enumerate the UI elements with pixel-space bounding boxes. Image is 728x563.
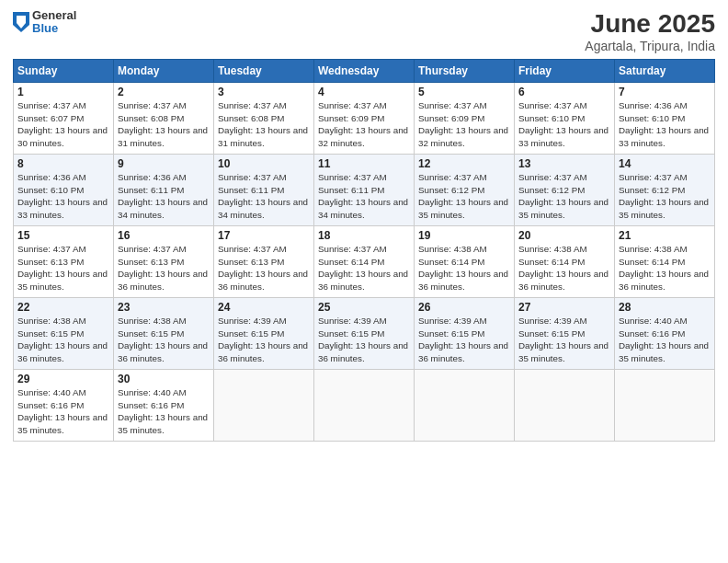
calendar-cell: 24Sunrise: 4:39 AMSunset: 6:15 PMDayligh…: [214, 298, 314, 370]
calendar-cell: 18Sunrise: 4:37 AMSunset: 6:14 PMDayligh…: [314, 226, 415, 298]
calendar-cell: 21Sunrise: 4:38 AMSunset: 6:14 PMDayligh…: [615, 226, 715, 298]
day-info: Sunrise: 4:38 AMSunset: 6:15 PMDaylight:…: [118, 315, 210, 364]
day-info: Sunrise: 4:39 AMSunset: 6:15 PMDaylight:…: [418, 315, 510, 364]
day-number: 7: [619, 86, 711, 98]
logo-icon: [13, 12, 29, 32]
calendar-table: SundayMondayTuesdayWednesdayThursdayFrid…: [13, 59, 715, 442]
day-info: Sunrise: 4:39 AMSunset: 6:15 PMDaylight:…: [518, 315, 610, 364]
calendar-cell: 1Sunrise: 4:37 AMSunset: 6:07 PMDaylight…: [14, 83, 114, 155]
day-info: Sunrise: 4:38 AMSunset: 6:15 PMDaylight:…: [17, 315, 109, 364]
day-info: Sunrise: 4:37 AMSunset: 6:08 PMDaylight:…: [218, 99, 310, 149]
day-number: 22: [17, 301, 109, 314]
calendar-cell: 7Sunrise: 4:36 AMSunset: 6:10 PMDaylight…: [615, 83, 715, 155]
day-number: 14: [619, 157, 711, 170]
day-info: Sunrise: 4:37 AMSunset: 6:11 PMDaylight:…: [318, 171, 410, 221]
day-info: Sunrise: 4:37 AMSunset: 6:13 PMDaylight:…: [17, 243, 109, 293]
calendar-cell: [415, 370, 515, 442]
day-info: Sunrise: 4:37 AMSunset: 6:14 PMDaylight:…: [318, 243, 410, 293]
calendar-cell: 26Sunrise: 4:39 AMSunset: 6:15 PMDayligh…: [415, 298, 515, 370]
calendar-cell: 5Sunrise: 4:37 AMSunset: 6:09 PMDaylight…: [415, 83, 515, 155]
day-info: Sunrise: 4:40 AMSunset: 6:16 PMDaylight:…: [619, 315, 711, 364]
day-info: Sunrise: 4:37 AMSunset: 6:12 PMDaylight:…: [619, 171, 711, 221]
day-info: Sunrise: 4:37 AMSunset: 6:10 PMDaylight:…: [518, 99, 610, 149]
day-number: 23: [118, 301, 210, 314]
calendar-cell: [214, 370, 314, 442]
day-of-week-header: Tuesday: [214, 60, 314, 83]
day-number: 10: [218, 157, 310, 170]
day-number: 4: [318, 86, 410, 98]
calendar-cell: 15Sunrise: 4:37 AMSunset: 6:13 PMDayligh…: [14, 226, 114, 298]
day-number: 2: [118, 86, 210, 98]
calendar-cell: 11Sunrise: 4:37 AMSunset: 6:11 PMDayligh…: [314, 155, 415, 226]
day-info: Sunrise: 4:37 AMSunset: 6:12 PMDaylight:…: [418, 171, 510, 221]
day-number: 6: [518, 86, 610, 98]
day-number: 15: [17, 229, 109, 242]
calendar-cell: 22Sunrise: 4:38 AMSunset: 6:15 PMDayligh…: [14, 298, 114, 370]
calendar-week-row: 8Sunrise: 4:36 AMSunset: 6:10 PMDaylight…: [14, 155, 715, 226]
calendar-cell: 14Sunrise: 4:37 AMSunset: 6:12 PMDayligh…: [615, 155, 715, 226]
calendar-cell: [615, 370, 715, 442]
day-number: 30: [118, 373, 210, 385]
day-info: Sunrise: 4:40 AMSunset: 6:16 PMDaylight:…: [17, 386, 109, 436]
day-number: 12: [418, 157, 510, 170]
day-number: 16: [118, 229, 210, 242]
calendar-week-row: 1Sunrise: 4:37 AMSunset: 6:07 PMDaylight…: [14, 83, 715, 155]
calendar-cell: 30Sunrise: 4:40 AMSunset: 6:16 PMDayligh…: [114, 370, 214, 442]
day-info: Sunrise: 4:38 AMSunset: 6:14 PMDaylight:…: [619, 243, 711, 293]
calendar-cell: 9Sunrise: 4:36 AMSunset: 6:11 PMDaylight…: [114, 155, 214, 226]
day-info: Sunrise: 4:37 AMSunset: 6:13 PMDaylight:…: [218, 243, 310, 293]
logo: General Blue: [13, 9, 76, 36]
day-info: Sunrise: 4:37 AMSunset: 6:12 PMDaylight:…: [518, 171, 610, 221]
day-number: 3: [218, 86, 310, 98]
day-number: 13: [518, 157, 610, 170]
logo-general: General: [32, 9, 76, 22]
day-number: 26: [418, 301, 510, 314]
day-info: Sunrise: 4:36 AMSunset: 6:10 PMDaylight:…: [619, 99, 711, 149]
day-info: Sunrise: 4:37 AMSunset: 6:13 PMDaylight:…: [118, 243, 210, 293]
day-of-week-header: Saturday: [615, 60, 715, 83]
calendar-cell: 6Sunrise: 4:37 AMSunset: 6:10 PMDaylight…: [515, 83, 615, 155]
day-info: Sunrise: 4:36 AMSunset: 6:10 PMDaylight:…: [17, 171, 109, 221]
day-number: 27: [518, 301, 610, 314]
day-info: Sunrise: 4:37 AMSunset: 6:09 PMDaylight:…: [418, 99, 510, 149]
day-info: Sunrise: 4:39 AMSunset: 6:15 PMDaylight:…: [218, 315, 310, 364]
calendar-cell: 16Sunrise: 4:37 AMSunset: 6:13 PMDayligh…: [114, 226, 214, 298]
day-of-week-header: Monday: [114, 60, 214, 83]
calendar-cell: 29Sunrise: 4:40 AMSunset: 6:16 PMDayligh…: [14, 370, 114, 442]
calendar-cell: 4Sunrise: 4:37 AMSunset: 6:09 PMDaylight…: [314, 83, 415, 155]
day-number: 20: [518, 229, 610, 242]
day-number: 5: [418, 86, 510, 98]
day-info: Sunrise: 4:36 AMSunset: 6:11 PMDaylight:…: [118, 171, 210, 221]
calendar-subtitle: Agartala, Tripura, India: [585, 39, 715, 53]
calendar-cell: [314, 370, 415, 442]
calendar-cell: 20Sunrise: 4:38 AMSunset: 6:14 PMDayligh…: [515, 226, 615, 298]
header: General Blue June 2025 Agartala, Tripura…: [13, 9, 715, 53]
day-number: 18: [318, 229, 410, 242]
calendar-cell: 8Sunrise: 4:36 AMSunset: 6:10 PMDaylight…: [14, 155, 114, 226]
day-of-week-header: Wednesday: [314, 60, 415, 83]
day-of-week-header: Friday: [515, 60, 615, 83]
calendar-cell: 19Sunrise: 4:38 AMSunset: 6:14 PMDayligh…: [415, 226, 515, 298]
calendar-cell: 12Sunrise: 4:37 AMSunset: 6:12 PMDayligh…: [415, 155, 515, 226]
calendar-cell: 25Sunrise: 4:39 AMSunset: 6:15 PMDayligh…: [314, 298, 415, 370]
day-number: 21: [619, 229, 711, 242]
calendar-header-row: SundayMondayTuesdayWednesdayThursdayFrid…: [14, 60, 715, 83]
calendar-week-row: 22Sunrise: 4:38 AMSunset: 6:15 PMDayligh…: [14, 298, 715, 370]
calendar-title: June 2025: [585, 9, 715, 39]
calendar-cell: 17Sunrise: 4:37 AMSunset: 6:13 PMDayligh…: [214, 226, 314, 298]
day-info: Sunrise: 4:40 AMSunset: 6:16 PMDaylight:…: [118, 386, 210, 436]
page: General Blue June 2025 Agartala, Tripura…: [0, 0, 728, 563]
calendar-week-row: 15Sunrise: 4:37 AMSunset: 6:13 PMDayligh…: [14, 226, 715, 298]
day-info: Sunrise: 4:39 AMSunset: 6:15 PMDaylight:…: [318, 315, 410, 364]
title-block: June 2025 Agartala, Tripura, India: [585, 9, 715, 53]
day-info: Sunrise: 4:38 AMSunset: 6:14 PMDaylight:…: [418, 243, 510, 293]
day-of-week-header: Thursday: [415, 60, 515, 83]
day-number: 11: [318, 157, 410, 170]
day-number: 1: [17, 86, 109, 98]
day-number: 17: [218, 229, 310, 242]
day-of-week-header: Sunday: [14, 60, 114, 83]
day-info: Sunrise: 4:37 AMSunset: 6:11 PMDaylight:…: [218, 171, 310, 221]
calendar-cell: 10Sunrise: 4:37 AMSunset: 6:11 PMDayligh…: [214, 155, 314, 226]
calendar-week-row: 29Sunrise: 4:40 AMSunset: 6:16 PMDayligh…: [14, 370, 715, 442]
day-info: Sunrise: 4:37 AMSunset: 6:09 PMDaylight:…: [318, 99, 410, 149]
